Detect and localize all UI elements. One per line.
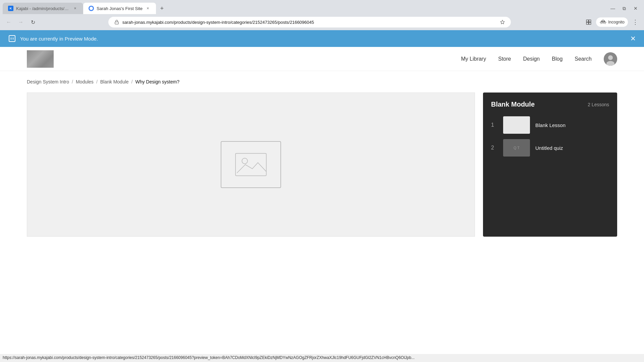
status-bar-text: https://sarah-jonas.mykajabi.com/product… <box>3 355 415 360</box>
lesson-item-1[interactable]: 1 Blank Lesson <box>491 116 609 134</box>
svg-rect-4 <box>587 22 589 24</box>
quiz-thumb-label: Q T <box>514 146 520 150</box>
breadcrumb-sep-1: / <box>72 79 73 84</box>
tab-kajabi[interactable]: K Kajabi - /admin/products/21481... × <box>3 3 83 14</box>
window-restore[interactable]: ⧉ <box>620 4 629 13</box>
browser-menu-button[interactable]: ⋮ <box>631 17 640 27</box>
svg-rect-15 <box>235 154 266 176</box>
preview-banner-content: You are currently in Preview Mode. <box>8 35 98 43</box>
lesson-count: 2 Lessons <box>588 102 609 107</box>
sidebar-panel: Blank Module 2 Lessons 1 Blank Lesson 2 <box>483 93 617 237</box>
sidebar-header: Blank Module 2 Lessons <box>491 101 609 108</box>
lesson-number-1: 1 <box>491 122 498 128</box>
svg-point-13 <box>608 55 613 60</box>
nav-my-library[interactable]: My Library <box>461 56 486 62</box>
breadcrumb-sep-3: / <box>131 79 133 84</box>
lesson-list: 1 Blank Lesson 2 Q T Untitled qui <box>491 116 609 157</box>
breadcrumb: Design System Intro / Modules / Blank Mo… <box>27 79 617 84</box>
window-close[interactable]: ✕ <box>631 4 640 13</box>
lesson-item-2[interactable]: 2 Q T Untitled quiz <box>491 139 609 157</box>
extensions-button[interactable] <box>584 17 593 27</box>
breadcrumb-blank-module[interactable]: Blank Module <box>100 79 129 84</box>
address-text: sarah-jonas.mykajabi.com/products/design… <box>122 20 497 25</box>
tab-close-sarah[interactable]: × <box>145 6 151 11</box>
svg-rect-2 <box>587 20 589 22</box>
incognito-label: Incognito <box>608 20 625 24</box>
breadcrumb-current: Why Design system? <box>135 79 179 84</box>
preview-close-button[interactable]: ✕ <box>630 35 636 43</box>
preview-text: You are currently in Preview Mode. <box>20 36 98 42</box>
reload-button[interactable]: ↻ <box>28 17 38 27</box>
placeholder-box <box>221 141 281 188</box>
lesson-name-2: Untitled quiz <box>535 145 563 151</box>
breadcrumb-sep-2: / <box>96 79 98 84</box>
svg-rect-3 <box>589 20 591 22</box>
lesson-name-1: Blank Lesson <box>535 122 566 128</box>
lesson-thumb-1 <box>503 116 530 134</box>
preview-icon <box>8 35 16 43</box>
breadcrumb-modules[interactable]: Modules <box>76 79 94 84</box>
bookmark-icon[interactable] <box>499 19 505 25</box>
new-tab-button[interactable]: + <box>157 4 167 13</box>
lock-icon <box>114 19 120 25</box>
breadcrumb-design-system-intro[interactable]: Design System Intro <box>27 79 69 84</box>
video-area <box>27 93 475 237</box>
nav-search[interactable]: Search <box>575 56 592 62</box>
tab-close-kajabi[interactable]: × <box>72 6 78 11</box>
incognito-button[interactable]: Incognito <box>596 17 628 27</box>
content-area: Blank Module 2 Lessons 1 Blank Lesson 2 <box>27 93 617 237</box>
status-bar: https://sarah-jonas.mykajabi.com/product… <box>0 354 644 362</box>
address-bar-row: ← → ↻ sarah-jonas.mykajabi.com/products/… <box>0 14 644 30</box>
window-controls: — ⧉ ✕ <box>608 4 644 13</box>
window-minimize[interactable]: — <box>608 4 617 13</box>
browser-chrome: K Kajabi - /admin/products/21481... × Sa… <box>0 0 644 30</box>
nav-blog[interactable]: Blog <box>552 56 562 62</box>
tab-title-sarah: Sarah Jonas's First Site <box>97 6 143 11</box>
lesson-number-2: 2 <box>491 145 498 151</box>
svg-rect-0 <box>115 22 118 24</box>
forward-button[interactable]: → <box>16 17 25 27</box>
site-logo[interactable] <box>27 50 54 68</box>
svg-marker-1 <box>500 20 504 24</box>
image-placeholder <box>221 141 281 188</box>
main-content: Design System Intro / Modules / Blank Mo… <box>0 71 644 245</box>
back-button[interactable]: ← <box>4 17 13 27</box>
svg-rect-9 <box>9 36 15 42</box>
favicon-kajabi: K <box>8 6 13 11</box>
browser-actions: Incognito ⋮ <box>584 17 640 27</box>
module-title: Blank Module <box>491 101 535 108</box>
nav-store[interactable]: Store <box>498 56 511 62</box>
favicon-sarah <box>89 6 94 11</box>
svg-rect-5 <box>589 22 591 24</box>
tab-sarah[interactable]: Sarah Jonas's First Site × <box>83 3 156 14</box>
tab-bar: K Kajabi - /admin/products/21481... × Sa… <box>0 0 644 14</box>
preview-banner: You are currently in Preview Mode. ✕ <box>0 30 644 47</box>
user-avatar[interactable] <box>604 52 617 66</box>
site-header: My Library Store Design Blog Search <box>0 47 644 71</box>
site-nav: My Library Store Design Blog Search <box>461 52 617 66</box>
incognito-icon <box>599 18 607 26</box>
nav-design[interactable]: Design <box>523 56 540 62</box>
lesson-thumb-2: Q T <box>503 139 530 157</box>
tab-title-kajabi: Kajabi - /admin/products/21481... <box>16 6 70 11</box>
svg-point-16 <box>242 158 248 164</box>
address-bar[interactable]: sarah-jonas.mykajabi.com/products/design… <box>108 17 511 27</box>
